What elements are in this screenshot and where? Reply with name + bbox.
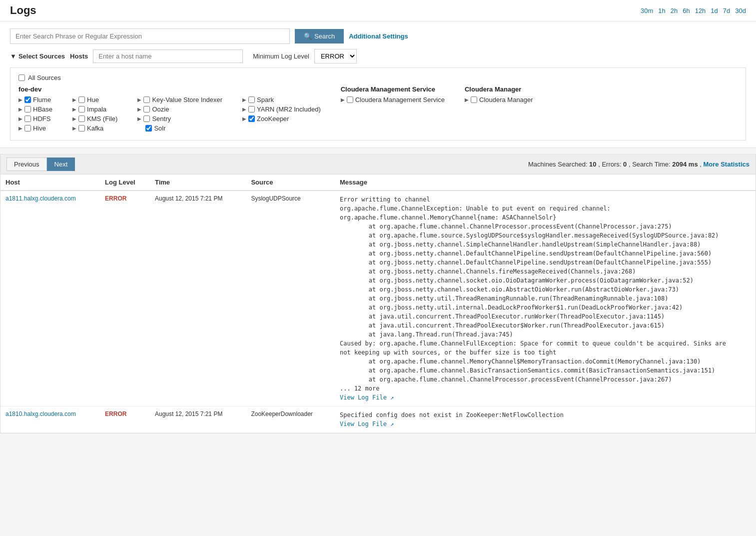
time-link-30d[interactable]: 30d — [735, 7, 746, 14]
kms-label: KMS (File) — [87, 115, 117, 122]
kms-checkbox[interactable] — [78, 116, 85, 122]
all-sources-row: All Sources — [18, 74, 738, 82]
host-input[interactable] — [93, 50, 243, 63]
log-table: Host Log Level Time Source Message a1811… — [0, 174, 756, 433]
expand-sentry-icon[interactable]: ▶ — [137, 116, 141, 122]
additional-settings-link[interactable]: Additional Settings — [349, 32, 408, 40]
expand-yarn-icon[interactable]: ▶ — [242, 106, 246, 112]
search-panel: 🔍 Search Additional Settings ▼ Select So… — [0, 22, 756, 148]
more-statistics-link[interactable]: More Statistics — [704, 160, 750, 168]
expand-kafka-icon[interactable]: ▶ — [72, 126, 76, 131]
results-section: Previous Next Machines Searched: 10 , Er… — [0, 154, 756, 434]
expand-kms-icon[interactable]: ▶ — [72, 116, 76, 122]
col-message: Message — [335, 174, 756, 190]
hive-checkbox[interactable] — [24, 125, 31, 132]
sources-panel: All Sources foe-dev ▶ Flume ▶ HBase ▶ — [10, 68, 746, 140]
spark-checkbox[interactable] — [248, 96, 255, 103]
yarn-checkbox[interactable] — [248, 106, 255, 112]
source-group-col2-title — [72, 86, 117, 93]
search-stats: Machines Searched: 10 , Errors: 0 , Sear… — [528, 160, 750, 168]
view-log-link-1[interactable]: View Log File ↗ — [340, 394, 394, 401]
time-link-2h[interactable]: 2h — [671, 7, 678, 14]
all-sources-checkbox[interactable] — [18, 74, 25, 81]
time-link-1h[interactable]: 1h — [658, 7, 665, 14]
source-group-col4: ▶ Spark ▶ YARN (MR2 Included) ▶ ZooKeepe… — [242, 86, 321, 134]
source-item-spark: ▶ Spark — [242, 96, 321, 104]
expand-flume-icon[interactable]: ▶ — [18, 97, 22, 102]
time-cell-1: August 12, 2015 7:21 PM — [150, 190, 246, 406]
expand-spark-icon[interactable]: ▶ — [242, 97, 246, 102]
expand-cms-icon[interactable]: ▶ — [341, 97, 345, 102]
hdfs-label: HDFS — [33, 115, 50, 122]
host-link-2[interactable]: a1810.halxg.cloudera.com — [5, 410, 76, 418]
yarn-label: YARN (MR2 Included) — [257, 106, 321, 113]
oozie-label: Oozie — [152, 106, 169, 113]
time-link-12h[interactable]: 12h — [695, 7, 706, 14]
search-row: 🔍 Search Additional Settings — [10, 28, 746, 44]
oozie-checkbox[interactable] — [143, 106, 150, 112]
expand-hive-icon[interactable]: ▶ — [18, 126, 22, 131]
table-header-row: Host Log Level Time Source Message — [0, 174, 756, 190]
hbase-checkbox[interactable] — [24, 106, 31, 112]
log-level-select[interactable]: ERROR WARN INFO DEBUG — [314, 49, 357, 64]
cms-checkbox[interactable] — [347, 96, 353, 103]
time-link-30m[interactable]: 30m — [641, 7, 653, 14]
search-button-label: Search — [314, 32, 335, 40]
view-log-link-2[interactable]: View Log File ↗ — [340, 420, 394, 428]
next-button[interactable]: Next — [47, 158, 75, 171]
source-item-yarn: ▶ YARN (MR2 Included) — [242, 106, 321, 113]
expand-oozie-icon[interactable]: ▶ — [137, 106, 141, 112]
expand-cm-icon[interactable]: ▶ — [465, 97, 469, 102]
source-item-impala: ▶ Impala — [72, 106, 117, 113]
expand-hbase-icon[interactable]: ▶ — [18, 106, 22, 112]
time-cell-2: August 12, 2015 7:21 PM — [150, 406, 246, 433]
select-sources-label: Select Sources — [18, 52, 65, 60]
source-item-zookeeper: ▶ ZooKeeper — [242, 115, 321, 122]
app-title: Logs — [10, 4, 36, 17]
hue-label: Hue — [87, 96, 99, 104]
spark-label: Spark — [257, 96, 274, 104]
hosts-label: Hosts — [70, 52, 88, 60]
kvstore-checkbox[interactable] — [143, 96, 150, 103]
errors-label: , Errors: — [598, 160, 623, 168]
time-links: 30m 1h 2h 6h 12h 1d 7d 30d — [641, 7, 746, 14]
expand-impala-icon[interactable]: ▶ — [72, 106, 76, 112]
message-cell-2: Specified config does not exist in ZooKe… — [335, 406, 756, 433]
table-row: a1811.halxg.cloudera.com ERROR August 12… — [0, 190, 756, 406]
col-loglevel: Log Level — [100, 174, 150, 190]
host-cell-2: a1810.halxg.cloudera.com — [0, 406, 100, 433]
flume-checkbox[interactable] — [24, 96, 31, 103]
hue-checkbox[interactable] — [78, 96, 85, 103]
zookeeper-checkbox[interactable] — [248, 116, 255, 122]
sources-row: ▼ Select Sources Hosts Minimum Log Level… — [10, 49, 746, 64]
sentry-checkbox[interactable] — [143, 116, 150, 122]
all-sources-label: All Sources — [28, 74, 61, 82]
kafka-checkbox[interactable] — [78, 125, 85, 132]
host-link-1[interactable]: a1811.halxg.cloudera.com — [5, 195, 76, 202]
source-item-solr: Solr — [137, 124, 222, 132]
host-cell-1: a1811.halxg.cloudera.com — [0, 190, 100, 406]
impala-checkbox[interactable] — [78, 106, 85, 112]
expand-zookeeper-icon[interactable]: ▶ — [242, 116, 246, 122]
cm-checkbox[interactable] — [471, 96, 477, 103]
cm-label: Cloudera Manager — [479, 96, 533, 104]
expand-hue-icon[interactable]: ▶ — [72, 97, 76, 102]
expand-hdfs-icon[interactable]: ▶ — [18, 116, 22, 122]
time-link-7d[interactable]: 7d — [723, 7, 730, 14]
time-link-1d[interactable]: 1d — [711, 7, 718, 14]
select-sources-button[interactable]: ▼ Select Sources — [10, 52, 65, 60]
machines-searched-label: Machines Searched: — [528, 160, 589, 168]
previous-button[interactable]: Previous — [6, 158, 47, 171]
solr-checkbox[interactable] — [145, 125, 152, 132]
search-input[interactable] — [10, 28, 290, 44]
source-group-col3-title — [137, 86, 222, 93]
time-link-6h[interactable]: 6h — [683, 7, 690, 14]
source-item-kms: ▶ KMS (File) — [72, 115, 117, 122]
search-button[interactable]: 🔍 Search — [295, 29, 344, 44]
expand-kvstore-icon[interactable]: ▶ — [137, 97, 141, 102]
hive-label: Hive — [33, 124, 46, 132]
search-time-value: 2094 ms — [672, 160, 698, 168]
hdfs-checkbox[interactable] — [24, 116, 31, 122]
source-item-sentry: ▶ Sentry — [137, 115, 222, 122]
col-host: Host — [0, 174, 100, 190]
